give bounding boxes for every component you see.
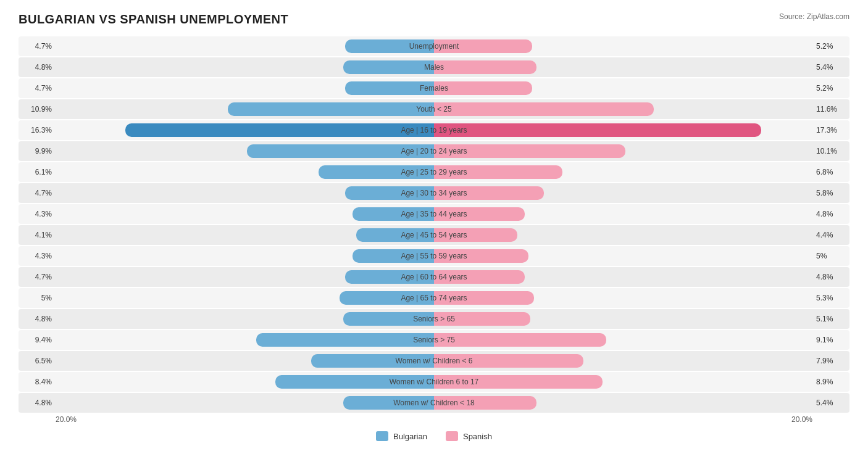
right-bar bbox=[434, 81, 532, 95]
chart-container: BULGARIAN VS SPANISH UNEMPLOYMENT Source… bbox=[0, 0, 868, 467]
right-bar-container bbox=[434, 354, 812, 368]
row-inner: 4.7% Age | 30 to 34 years 5.8% bbox=[19, 183, 849, 203]
row-inner: 4.3% Age | 55 to 59 years 5% bbox=[19, 246, 849, 266]
bar-row: 4.8% Males 5.4% bbox=[19, 57, 849, 77]
right-value: 11.6% bbox=[812, 105, 849, 114]
right-bar-container bbox=[434, 60, 812, 74]
left-bar-container bbox=[56, 165, 434, 179]
left-bar bbox=[345, 186, 434, 200]
row-inner: 6.5% Women w/ Children < 6 7.9% bbox=[19, 351, 849, 371]
right-bar-container bbox=[434, 207, 812, 221]
left-bar-container bbox=[56, 102, 434, 116]
left-bar bbox=[275, 375, 434, 389]
right-bar bbox=[434, 333, 606, 347]
right-bar-container bbox=[434, 102, 812, 116]
bar-row: 6.5% Women w/ Children < 6 7.9% bbox=[19, 351, 849, 371]
right-bar-container bbox=[434, 186, 812, 200]
right-value: 4.8% bbox=[812, 210, 849, 218]
left-value: 4.3% bbox=[19, 210, 56, 218]
chart-title: BULGARIAN VS SPANISH UNEMPLOYMENT bbox=[19, 12, 288, 27]
left-bar-container bbox=[56, 249, 434, 263]
right-bar bbox=[434, 102, 654, 116]
left-bar-container bbox=[56, 186, 434, 200]
right-bar-container bbox=[434, 312, 812, 326]
legend-spanish: Spanish bbox=[446, 431, 492, 441]
right-bar bbox=[434, 375, 603, 389]
legend: Bulgarian Spanish bbox=[19, 431, 849, 441]
right-bar bbox=[434, 144, 625, 158]
right-bar-container bbox=[434, 333, 812, 347]
right-value: 6.8% bbox=[812, 168, 849, 176]
bars-area: Age | 20 to 24 years bbox=[56, 141, 812, 161]
left-value: 6.1% bbox=[19, 168, 56, 176]
row-inner: 4.7% Age | 60 to 64 years 4.8% bbox=[19, 267, 849, 287]
left-value: 4.7% bbox=[19, 189, 56, 197]
row-inner: 4.8% Males 5.4% bbox=[19, 57, 849, 77]
bar-row: 4.7% Unemployment 5.2% bbox=[19, 36, 849, 56]
right-bar-container bbox=[434, 144, 812, 158]
right-value: 5.2% bbox=[812, 84, 849, 93]
right-bar-container bbox=[434, 291, 812, 305]
left-bar bbox=[319, 165, 434, 179]
left-bar-container bbox=[56, 207, 434, 221]
row-inner: 4.8% Seniors > 65 5.1% bbox=[19, 309, 849, 329]
bar-row: 4.7% Females 5.2% bbox=[19, 78, 849, 98]
left-value: 8.4% bbox=[19, 378, 56, 386]
left-value: 4.8% bbox=[19, 399, 56, 407]
left-value: 10.9% bbox=[19, 105, 56, 114]
left-bar bbox=[125, 123, 434, 137]
left-bar-container bbox=[56, 144, 434, 158]
left-bar bbox=[353, 207, 434, 221]
right-bar bbox=[434, 249, 528, 263]
right-bar-container bbox=[434, 39, 812, 53]
left-bar-container bbox=[56, 291, 434, 305]
bar-row: 16.3% Age | 16 to 19 years 17.3% bbox=[19, 120, 849, 140]
bars-area: Age | 16 to 19 years bbox=[56, 120, 812, 140]
right-value: 8.9% bbox=[812, 378, 849, 386]
right-value: 17.3% bbox=[812, 126, 849, 134]
right-value: 10.1% bbox=[812, 147, 849, 155]
bars-area: Women w/ Children < 18 bbox=[56, 393, 812, 413]
bars-area: Unemployment bbox=[56, 36, 812, 56]
left-bar-container bbox=[56, 312, 434, 326]
right-bar bbox=[434, 396, 536, 410]
right-bar bbox=[434, 228, 517, 242]
bar-row: 10.9% Youth < 25 11.6% bbox=[19, 99, 849, 119]
bar-row: 4.3% Age | 35 to 44 years 4.8% bbox=[19, 204, 849, 224]
row-inner: 4.3% Age | 35 to 44 years 4.8% bbox=[19, 204, 849, 224]
bars-area: Age | 25 to 29 years bbox=[56, 162, 812, 182]
left-value: 4.7% bbox=[19, 42, 56, 51]
right-value: 5.2% bbox=[812, 42, 849, 51]
left-bar-container bbox=[56, 39, 434, 53]
right-bar bbox=[434, 354, 583, 368]
row-inner: 9.9% Age | 20 to 24 years 10.1% bbox=[19, 141, 849, 161]
bar-row: 9.9% Age | 20 to 24 years 10.1% bbox=[19, 141, 849, 161]
right-bar-container bbox=[434, 165, 812, 179]
left-bar bbox=[345, 81, 434, 95]
left-bar-container bbox=[56, 123, 434, 137]
chart-header: BULGARIAN VS SPANISH UNEMPLOYMENT Source… bbox=[19, 12, 849, 27]
bars-area: Males bbox=[56, 57, 812, 77]
left-bar bbox=[228, 102, 434, 116]
row-inner: 4.8% Women w/ Children < 18 5.4% bbox=[19, 393, 849, 413]
right-value: 5.8% bbox=[812, 189, 849, 197]
right-value: 9.1% bbox=[812, 336, 849, 344]
bars-area: Age | 65 to 74 years bbox=[56, 288, 812, 308]
bars-area: Seniors > 65 bbox=[56, 309, 812, 329]
bar-row: 4.8% Women w/ Children < 18 5.4% bbox=[19, 393, 849, 413]
x-axis-left: 20.0% bbox=[56, 415, 77, 424]
right-value: 4.4% bbox=[812, 231, 849, 239]
right-bar bbox=[434, 291, 534, 305]
right-value: 5.4% bbox=[812, 399, 849, 407]
right-bar bbox=[434, 123, 761, 137]
left-bar-container bbox=[56, 375, 434, 389]
row-inner: 4.7% Unemployment 5.2% bbox=[19, 36, 849, 56]
left-bar-container bbox=[56, 396, 434, 410]
bars-area: Age | 35 to 44 years bbox=[56, 204, 812, 224]
bar-row: 4.7% Age | 60 to 64 years 4.8% bbox=[19, 267, 849, 287]
bars-area: Women w/ Children < 6 bbox=[56, 351, 812, 371]
row-inner: 8.4% Women w/ Children 6 to 17 8.9% bbox=[19, 372, 849, 392]
left-value: 9.4% bbox=[19, 336, 56, 344]
right-value: 4.8% bbox=[812, 273, 849, 281]
right-value: 5.3% bbox=[812, 294, 849, 302]
